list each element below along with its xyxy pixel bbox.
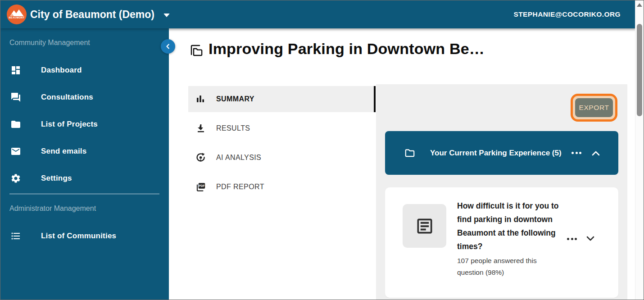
consultations-icon — [10, 92, 21, 103]
page-title-row: Improving Parking in Downtown Be… — [189, 40, 485, 58]
tab-label: AI ANALYSIS — [216, 154, 261, 162]
folder-outline-icon — [404, 147, 416, 159]
sidebar-divider — [9, 194, 159, 194]
project-folders-icon — [189, 43, 203, 57]
sidebar-item-consultations[interactable]: Consultations — [0, 85, 169, 110]
sidebar: Community Management Dashboard Consultat… — [0, 28, 169, 300]
scrollbar-up-arrow-icon[interactable] — [637, 3, 642, 7]
section-card-title: Your Current Parking Experience (5) — [430, 147, 565, 159]
document-icon — [415, 216, 435, 236]
tab-label: SUMMARY — [216, 95, 254, 103]
bar-chart-icon — [195, 94, 206, 105]
page-title: Improving Parking in Downtown Be… — [209, 40, 485, 58]
sidebar-item-label: List of Communities — [41, 232, 116, 241]
sidebar-section-community-management: Community Management — [0, 37, 169, 48]
export-button[interactable]: EXPORT — [575, 98, 613, 117]
sidebar-item-label: Send emails — [41, 147, 86, 156]
sidebar-collapse-button[interactable] — [161, 39, 175, 54]
sidebar-item-label: Consultations — [41, 93, 93, 102]
logo-text: BEAUMONT — [7, 16, 27, 19]
pdf-icon: PDF — [195, 182, 206, 192]
tab-label: PDF REPORT — [216, 183, 264, 191]
tab-results[interactable]: RESULTS — [188, 115, 376, 141]
sidebar-item-label: Settings — [41, 174, 72, 183]
sidebar-item-settings[interactable]: Settings — [0, 166, 169, 191]
question-title: How difficult is it for you to find park… — [457, 199, 565, 253]
chevron-down-icon[interactable] — [586, 236, 595, 241]
sidebar-section-administrator-management: Administrator Management — [0, 203, 169, 214]
sidebar-item-label: Dashboard — [41, 66, 82, 75]
question-text-block: How difficult is it for you to find park… — [457, 199, 565, 278]
sidebar-nav: Dashboard Consultations List of Projects… — [0, 58, 169, 191]
export-highlight-ring: EXPORT — [571, 94, 617, 122]
chevron-down-icon[interactable] — [163, 14, 170, 17]
mountain-logo-icon — [7, 5, 27, 24]
question-response-count: 107 people answered this question (98%) — [457, 255, 553, 278]
sidebar-item-list-of-communities[interactable]: List of Communities — [0, 223, 169, 249]
community-name: City of Beaumont (Demo) — [30, 9, 154, 21]
report-tabs: SUMMARY RESULTS — [188, 86, 376, 203]
download-icon — [195, 123, 206, 134]
list-icon — [10, 231, 21, 241]
top-header: BEAUMONT City of Beaumont (Demo) STEPHAN… — [0, 0, 636, 28]
tab-ai-analysis[interactable]: AI ANALYSIS — [188, 145, 376, 171]
ai-refresh-icon — [195, 152, 206, 163]
tab-label: RESULTS — [216, 124, 250, 132]
chevron-left-icon — [164, 43, 172, 50]
scrollbar-thumb[interactable] — [637, 24, 642, 116]
sidebar-item-send-emails[interactable]: Send emails — [0, 139, 169, 164]
beaumont-logo[interactable]: BEAUMONT — [7, 5, 27, 24]
section-card-parking-experience[interactable]: Your Current Parking Experience (5) — [385, 131, 618, 175]
sidebar-item-list-of-projects[interactable]: List of Projects — [0, 112, 169, 137]
more-options-button[interactable] — [567, 238, 577, 240]
svg-text:PDF: PDF — [199, 184, 205, 187]
question-card[interactable]: How difficult is it for you to find park… — [385, 187, 618, 298]
tab-pdf-report[interactable]: PDF PDF REPORT — [188, 174, 376, 200]
more-options-button[interactable] — [571, 152, 581, 154]
question-type-tile — [403, 204, 446, 248]
gear-icon — [10, 173, 21, 184]
sidebar-item-dashboard[interactable]: Dashboard — [0, 58, 169, 83]
app-window: BEAUMONT City of Beaumont (Demo) STEPHAN… — [0, 0, 644, 300]
sidebar-item-label: List of Projects — [41, 120, 98, 129]
dashboard-icon — [10, 65, 21, 76]
main-content: Improving Parking in Downtown Be… SUMMAR… — [169, 28, 636, 300]
summary-panel: EXPORT Your Current Parking Experience (… — [376, 84, 627, 300]
scrollbar-track[interactable] — [635, 0, 644, 300]
user-email[interactable]: STEPHANIE@COCORIKO.ORG — [514, 10, 636, 18]
folder-icon — [10, 119, 21, 130]
tab-summary[interactable]: SUMMARY — [188, 86, 376, 112]
chevron-up-icon[interactable] — [591, 150, 600, 156]
email-icon — [10, 146, 21, 157]
